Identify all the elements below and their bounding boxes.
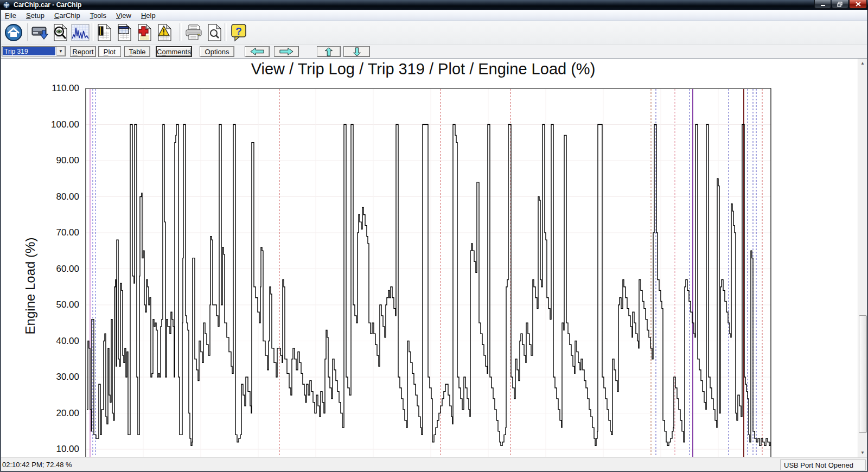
toolbar-separator [180, 23, 182, 41]
print-icon [184, 24, 203, 41]
app-icon [3, 1, 10, 9]
menu-setup[interactable]: Setup [21, 10, 49, 21]
home-button[interactable] [3, 22, 23, 42]
window-title: CarChip.car - CarChip [14, 1, 81, 9]
options-button[interactable]: Options [200, 46, 234, 57]
menu-view[interactable]: View [111, 10, 136, 21]
view-toolbar: Trip 319 ▼ Report Plot Table Comments Op… [0, 44, 868, 59]
print-preview-button[interactable] [204, 22, 224, 42]
previous-button[interactable] [245, 46, 270, 57]
plot-button[interactable]: Plot [98, 46, 121, 57]
close-button[interactable] [849, 0, 867, 9]
view-data-button[interactable] [50, 22, 70, 42]
plot-svg [0, 59, 868, 457]
arrow-up-icon [324, 47, 333, 56]
main-toolbar: ? [0, 21, 868, 44]
status-bar: 02:10:42 PM; 72.48 % USB Port Not Opened [0, 457, 868, 472]
table-report-icon [116, 23, 133, 42]
alarm-log-button[interactable] [154, 22, 174, 42]
trip-selector[interactable]: Trip 319 ▼ [2, 46, 66, 56]
report-button[interactable]: Report [70, 46, 96, 57]
app-window: CarChip.car - CarChip File Setup CarChip… [0, 0, 868, 472]
download-data-button[interactable] [30, 22, 50, 42]
svg-text:?: ? [235, 25, 242, 37]
scroll-down-arrow[interactable]: ▼ [858, 448, 867, 457]
next-button[interactable] [274, 46, 299, 57]
chevron-down-icon[interactable]: ▼ [56, 47, 65, 56]
engine-load-series [87, 125, 770, 446]
toolbar-separator [225, 23, 227, 41]
download-data-icon [31, 23, 49, 42]
arrow-right-icon [279, 47, 293, 56]
trip-selector-value: Trip 319 [3, 47, 55, 55]
status-cursor-readout: 02:10:42 PM; 72.48 % [2, 461, 72, 469]
vertical-scrollbar[interactable]: ▲ ▼ [858, 59, 867, 457]
accident-log-icon [136, 23, 153, 42]
home-icon [4, 23, 23, 42]
trip-log-report-button[interactable] [94, 22, 114, 42]
menu-bar: File Setup CarChip Tools View Help [0, 10, 868, 21]
print-button[interactable] [183, 22, 203, 42]
menu-help[interactable]: Help [136, 10, 161, 21]
plot-pane: View / Trip Log / Trip 319 / Plot / Engi… [0, 59, 868, 457]
view-data-icon [52, 23, 69, 42]
minimize-icon [820, 2, 826, 7]
minimize-button[interactable] [814, 0, 831, 9]
plot-icon [71, 24, 90, 41]
up-button[interactable] [317, 46, 341, 57]
table-button[interactable]: Table [124, 46, 150, 57]
close-icon [856, 2, 861, 7]
print-preview-icon [206, 23, 223, 42]
trip-log-report-icon [95, 23, 113, 42]
help-icon: ? [230, 23, 247, 42]
arrow-left-icon [250, 47, 264, 56]
plot-view-button[interactable] [70, 22, 90, 42]
usb-status-panel: USB Port Not Opened [780, 460, 866, 470]
comments-button[interactable]: Comments [156, 46, 192, 57]
title-bar: CarChip.car - CarChip [0, 0, 868, 10]
menu-file[interactable]: File [0, 10, 21, 21]
down-button[interactable] [343, 46, 370, 57]
menu-tools[interactable]: Tools [85, 10, 111, 21]
window-frame-left [0, 10, 1, 472]
menu-carchip[interactable]: CarChip [49, 10, 85, 21]
scroll-up-arrow[interactable]: ▲ [858, 59, 867, 68]
accident-log-button[interactable] [134, 22, 154, 42]
table-report-button[interactable] [114, 22, 134, 42]
alarm-log-icon [156, 23, 173, 42]
arrow-down-icon [353, 47, 361, 56]
scrollbar-thumb[interactable] [859, 315, 867, 433]
restore-button[interactable] [832, 0, 848, 9]
toolbar-separator [27, 23, 29, 41]
restore-icon [837, 2, 843, 7]
help-button[interactable]: ? [228, 22, 248, 42]
